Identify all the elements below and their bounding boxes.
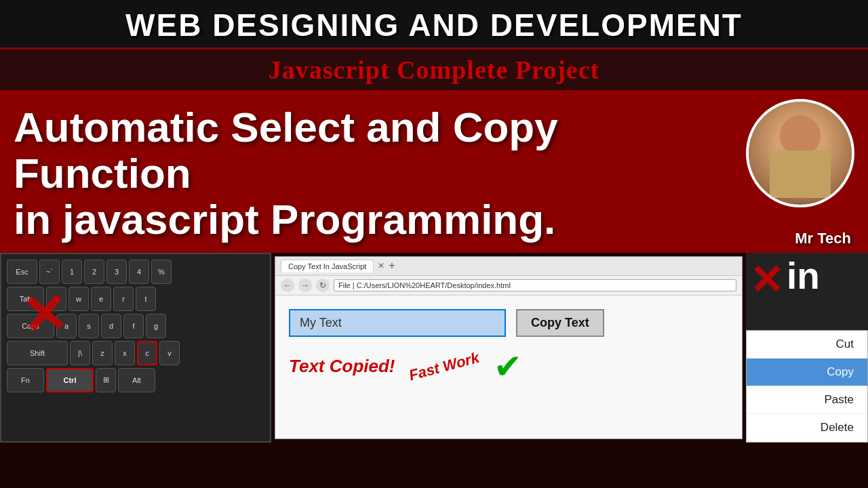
tab-close-icon[interactable]: ✕ [378, 261, 384, 270]
text-input-demo[interactable]: My Text [289, 309, 506, 337]
main-heading-text: Automatic Select and Copy Function in ja… [14, 104, 678, 243]
top-banner: Web Designing and development [0, 0, 868, 49]
key-row-1: Esc ~` 1 2 3 4 % [7, 260, 264, 284]
browser-panel: Copy Text In JavaScript ✕ + ← → ↻ File |… [275, 256, 743, 439]
heading-line1: Automatic Select and Copy Function [14, 104, 558, 197]
key-fn: Fn [7, 368, 44, 392]
copy-demo-row: My Text Copy Text [289, 309, 728, 337]
key-r: r [113, 287, 134, 311]
key-s: s [79, 314, 99, 338]
context-menu-copy[interactable]: Copy [747, 359, 867, 386]
tab-add-icon[interactable]: + [389, 260, 395, 272]
key-d: d [101, 314, 121, 338]
top-banner-title: Web Designing and development [0, 7, 868, 43]
key-alt: Alt [118, 368, 155, 392]
browser-nav-bar: ← → ↻ File | C:/Users/LION%20HEART/Deskt… [275, 276, 742, 296]
context-menu: Cut Copy Paste Delete [746, 330, 868, 443]
key-g: g [146, 314, 166, 338]
key-w: w [68, 287, 89, 311]
heading-line2: in javascript Programming. [14, 196, 555, 243]
browser-tab-bar: Copy Text In JavaScript ✕ + [275, 257, 742, 276]
browser-tab[interactable]: Copy Text In JavaScript [281, 260, 374, 272]
bottom-panels: Esc ~` 1 2 3 4 % Tab q w e r t [0, 253, 868, 443]
browser-content: My Text Copy Text Text Copied! Fast Work… [275, 296, 742, 439]
key-z: z [92, 341, 113, 365]
key-row-5: Fn Ctrl ⊞ Alt [7, 368, 264, 392]
sub-banner: Javascript Complete Project [0, 49, 868, 92]
key-esc: Esc [7, 260, 37, 284]
main-container: Web Designing and development Javascript… [0, 0, 868, 488]
checkmark-icon: ✔ [494, 347, 522, 386]
context-menu-paste[interactable]: Paste [747, 386, 867, 414]
refresh-button[interactable]: ↻ [316, 279, 330, 292]
key-f: f [123, 314, 144, 338]
key-4: 4 [129, 260, 149, 284]
key-percent: % [151, 260, 172, 284]
context-menu-panel: ✕ in Cut Copy Paste Delete [746, 253, 868, 443]
mr-tech-label: Mr Tech [795, 230, 851, 247]
key-tilde: ~` [39, 260, 60, 284]
forward-button[interactable]: → [298, 279, 312, 292]
key-x: x [115, 341, 135, 365]
profile-circle [746, 99, 854, 207]
keyboard-panel: Esc ~` 1 2 3 4 % Tab q w e r t [0, 253, 271, 443]
profile-body-shape [770, 150, 831, 198]
profile-image [749, 102, 852, 205]
key-pipe: |\ [70, 341, 90, 365]
red-x-context: ✕ [749, 256, 783, 304]
key-v: v [159, 341, 180, 365]
text-copied-message: Text Copied! [289, 356, 395, 377]
key-1: 1 [62, 260, 82, 284]
context-menu-cut[interactable]: Cut [747, 331, 867, 359]
key-t: t [136, 287, 156, 311]
context-menu-delete[interactable]: Delete [747, 414, 867, 442]
key-2: 2 [84, 260, 104, 284]
back-button[interactable]: ← [281, 279, 294, 292]
copy-text-button[interactable]: Copy Text [516, 309, 604, 337]
key-e: e [91, 287, 111, 311]
key-c: c [137, 341, 157, 365]
red-x-overlay: ✕ [20, 286, 70, 344]
key-3: 3 [106, 260, 127, 284]
sub-banner-title: Javascript Complete Project [0, 55, 868, 85]
key-ctrl: Ctrl [46, 368, 94, 392]
address-bar[interactable]: File | C:/Users/LION%20HEART/Desktop/ind… [334, 279, 736, 291]
main-heading-area: Automatic Select and Copy Function in ja… [0, 92, 868, 253]
result-row: Text Copied! Fast Work ✔ [289, 347, 728, 386]
fast-work-label: Fast Work [408, 348, 481, 384]
key-win: ⊞ [96, 368, 116, 392]
profile-head-shape [780, 115, 821, 156]
